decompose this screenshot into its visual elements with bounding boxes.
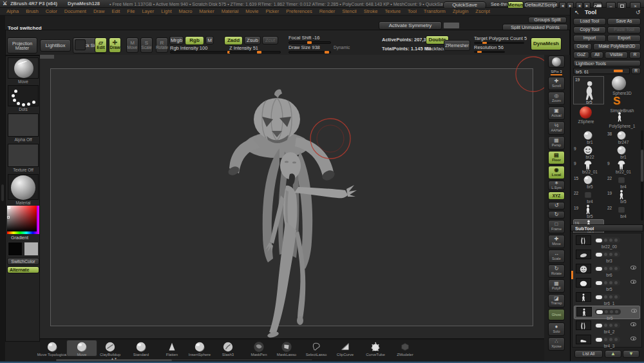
starter-simplebrush[interactable]: S (613, 95, 620, 108)
menu-item-brush[interactable]: Brush (26, 8, 39, 14)
recent-tool-item[interactable]: br1 (607, 145, 638, 159)
rotate-ccw-icon[interactable]: ↺ (548, 202, 565, 210)
right-shelf-move[interactable]: ✚Move (548, 235, 565, 248)
starter-sphere3d[interactable] (612, 76, 626, 90)
right-shelf-aahalf[interactable]: ½AAHalf (548, 121, 565, 135)
eye-icon[interactable] (630, 322, 636, 326)
brush-move-topological[interactable] (46, 341, 59, 353)
tool-scrollbar[interactable] (641, 130, 643, 221)
recent-tool-item[interactable]: 38br247 (607, 130, 638, 144)
visibility-toggles[interactable] (594, 280, 620, 286)
texture-thumbnail[interactable] (8, 144, 39, 167)
visibility-toggles[interactable] (594, 237, 620, 243)
subtool-row[interactable]: br5 (574, 306, 640, 319)
current-brush-thumbnail[interactable] (8, 57, 39, 79)
right-shelf-actual[interactable]: ▣Actual (548, 106, 565, 120)
menu-item-render[interactable]: Render (319, 8, 336, 14)
menu-item-stroke[interactable]: Stroke (364, 8, 378, 14)
right-shelf-scale[interactable]: ↔Scale (548, 250, 565, 263)
list-all-button[interactable]: List All (574, 350, 603, 358)
right-shelf-l-sym[interactable]: ∗L.Sym (548, 181, 565, 190)
projection-master-button[interactable]: Projection Master (7, 37, 37, 54)
current-tool-thumbnail[interactable]: 19 br5 (573, 76, 604, 104)
right-shelf-frame[interactable]: □Frame (548, 220, 565, 233)
menu-item-movie[interactable]: Movie (245, 8, 258, 14)
quick-pick-r-button[interactable]: R (631, 68, 641, 74)
menu-item-draw[interactable]: Draw (93, 8, 105, 14)
brush-masklasso[interactable] (280, 341, 293, 353)
starter-polysphere[interactable] (614, 111, 625, 123)
right-shelf-rotate[interactable]: ↻Rotate (548, 264, 565, 278)
menu-item-texture[interactable]: Texture (384, 8, 401, 14)
restore-configuration-icon[interactable]: ↺ (636, 10, 641, 16)
tray-scroll-arrows-icon[interactable]: ▲▼ (111, 357, 117, 361)
brush-clipcurve[interactable] (339, 341, 352, 353)
visibility-toggles[interactable] (595, 309, 621, 315)
dynamic-label[interactable]: Dynamic (334, 45, 350, 50)
activate-symmetry-button[interactable]: Activate Symmetry (379, 21, 442, 30)
subtool-row[interactable]: br22_00 (574, 235, 640, 248)
quick-pick-slider[interactable]: br5. 61 (573, 68, 630, 74)
left-divider-handle[interactable] (1, 184, 4, 201)
menu-item-layer[interactable]: Layer (142, 8, 154, 14)
rgb-intensity-slider[interactable]: Rgb Intensity 100 (170, 46, 207, 51)
brush-flatten[interactable] (166, 341, 178, 353)
subtool-row[interactable]: br3 (574, 249, 640, 262)
goz-button[interactable]: GoZ (573, 52, 589, 59)
brush-selectlasso[interactable] (310, 341, 323, 353)
import-button[interactable]: Import (573, 35, 606, 42)
focal-shift-handle[interactable] (307, 41, 312, 44)
menu-item-document[interactable]: Document (64, 8, 86, 14)
right-shelf-ghost[interactable]: Ghost (548, 309, 565, 320)
resolution-handle[interactable] (477, 51, 482, 53)
alpha-thumbnail[interactable] (8, 113, 39, 137)
subtool-row[interactable]: br6 (574, 263, 640, 277)
save-as-button[interactable]: Save As (607, 18, 641, 25)
zadd-button[interactable]: Zadd (224, 36, 243, 45)
z-intensity-handle[interactable] (257, 51, 261, 54)
recent-tool-item[interactable]: 22br4 (607, 204, 638, 219)
visibility-toggles[interactable] (594, 322, 620, 328)
secondary-color-swatch[interactable] (24, 242, 39, 256)
starter-zsphere[interactable] (580, 106, 592, 119)
menu-item-transform[interactable]: Transform (424, 8, 446, 14)
brush-curvetube[interactable] (369, 341, 382, 353)
right-shelf-spix-3[interactable]: SPix 3 (548, 69, 565, 75)
recent-tool-item[interactable]: 22br4 (607, 175, 638, 189)
subtool-row[interactable]: br6_1 (574, 291, 640, 305)
z-intensity-slider[interactable]: Z Intensity 51 (229, 46, 258, 51)
visibility-toggles[interactable] (594, 266, 620, 271)
document-canvas[interactable] (40, 55, 544, 338)
paste-tool-button[interactable]: Paste Tool (607, 26, 641, 34)
brush-maskpen[interactable] (252, 341, 265, 353)
gradient-label[interactable]: Gradient (11, 235, 28, 240)
menu-item-zplugin[interactable]: Zplugin (453, 8, 469, 14)
subtool-down-button[interactable]: ▼ (623, 350, 639, 358)
right-shelf-solo[interactable]: ●Solo (548, 322, 565, 336)
lightbox-tools-button[interactable]: Lightbox› Tools (573, 60, 641, 66)
right-shelf-scroll[interactable]: ✚Scroll (548, 77, 565, 90)
edit-button[interactable]: ▱Edit (95, 37, 107, 53)
draw-size-handle[interactable] (325, 51, 329, 54)
main-color-swatch[interactable] (8, 242, 23, 256)
color-picker[interactable] (7, 206, 39, 234)
visibility-toggles[interactable] (594, 251, 620, 257)
brush-slash3[interactable] (222, 341, 234, 353)
menu-item-macro[interactable]: Macro (178, 8, 192, 14)
brush-zmodeler[interactable] (399, 341, 412, 353)
menu-item-stencil[interactable]: Stencil (342, 8, 357, 14)
focal-shift-slider[interactable]: Focal Shift -16 (289, 35, 319, 41)
make-polymesh3d-button[interactable]: Make PolyMesh3D (593, 43, 641, 50)
dynamesh-button[interactable]: DynaMesh (531, 37, 562, 50)
brush-insertsphere[interactable] (193, 341, 206, 353)
zcut-button[interactable]: Zcut (262, 36, 278, 44)
symmetry-value-box[interactable] (443, 22, 460, 29)
menu-item-file[interactable]: File (127, 8, 135, 14)
recent-tool-item[interactable]: 9br22 (573, 145, 604, 159)
menu-item-light[interactable]: Light (161, 8, 171, 14)
menu-item-color[interactable]: Color (46, 8, 57, 14)
rgb-button[interactable]: Rgb (185, 36, 204, 45)
lightbox-button[interactable]: LightBox (40, 39, 71, 52)
switch-color-button[interactable]: SwitchColor (7, 258, 39, 265)
recent-tool-item[interactable]: 22br4 (573, 190, 604, 204)
